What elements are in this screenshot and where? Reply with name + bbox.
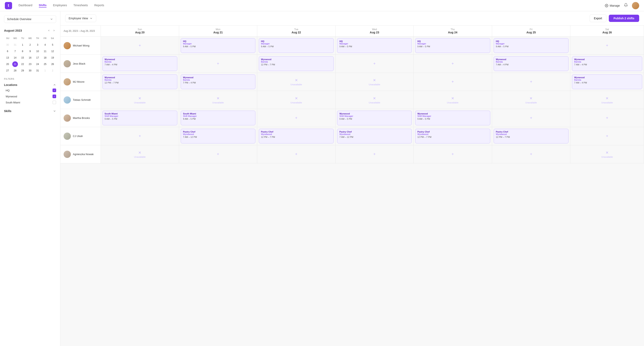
cal-day[interactable]: 16 — [27, 55, 33, 60]
cal-day[interactable]: 4 — [42, 42, 48, 48]
view-dropdown[interactable]: Employee View — [65, 14, 96, 22]
nav-reports[interactable]: Reports — [94, 3, 104, 8]
shift-card[interactable]: Pastry Chef Wyndwood 12 PM – 7 PM — [494, 129, 569, 143]
cal-day[interactable]: 8 — [20, 48, 25, 54]
cal-day[interactable]: 2 — [27, 42, 33, 48]
add-shift-button[interactable]: + — [102, 129, 178, 143]
cal-day[interactable]: 24 — [35, 61, 40, 67]
add-shift-button[interactable]: + — [259, 147, 334, 162]
add-shift-button[interactable]: + — [415, 56, 490, 71]
col-fri: FriAug 25 — [492, 25, 570, 37]
manage-button[interactable]: Manage — [605, 4, 620, 7]
user-avatar[interactable] — [632, 2, 639, 9]
cal-day[interactable]: 17 — [35, 55, 40, 60]
add-shift-button[interactable]: + — [337, 56, 412, 71]
add-shift-button[interactable]: + — [572, 111, 642, 125]
cal-day[interactable]: 29 — [20, 68, 25, 73]
shift-card[interactable]: Pastry Chef Wyndwood 7 AM – 12 PM — [181, 129, 256, 143]
cal-day[interactable]: 27 — [5, 68, 10, 73]
add-shift-button[interactable]: + — [572, 38, 642, 53]
shift-card[interactable]: Wynwood Barista 12 PM – 7 PM — [259, 56, 334, 71]
nav-employees[interactable]: Employees — [53, 3, 67, 8]
add-shift-button[interactable]: + — [572, 129, 642, 143]
publish-button[interactable]: Publish 2 shifts — [609, 15, 639, 22]
cal-day[interactable]: 3 — [35, 42, 40, 48]
add-shift-button[interactable]: + — [494, 74, 569, 89]
shift-time: 9 AM – 5 PM — [496, 45, 566, 48]
location-checkbox[interactable] — [52, 94, 56, 98]
cal-day[interactable]: 21 — [12, 61, 18, 67]
shift-card[interactable]: HQ Manager 9 AM – 5 PM — [415, 38, 490, 53]
add-shift-button[interactable]: + — [415, 147, 490, 162]
shift-card[interactable]: Wynwood Shift Manager 9 AM – 5 PM — [415, 111, 490, 125]
notifications-button[interactable] — [624, 3, 628, 8]
location-checkbox[interactable] — [52, 101, 56, 104]
cal-day[interactable]: 7 — [12, 48, 18, 54]
export-button[interactable]: Export — [590, 14, 606, 22]
shift-card[interactable]: Wynwood Shift Manager 9 AM – 5 PM — [337, 111, 412, 125]
cal-day[interactable]: 20 — [5, 61, 10, 67]
shift-time: 7 AM – 4 PM — [105, 63, 175, 66]
add-shift-button[interactable]: + — [494, 111, 569, 125]
shift-card[interactable]: South Miami Shift Manager 9 AM – 5 PM — [102, 111, 178, 125]
cal-day[interactable]: 26 — [50, 61, 55, 67]
cal-day[interactable]: 15 — [20, 55, 25, 60]
cal-day[interactable]: 12 — [50, 48, 55, 54]
cal-day[interactable]: 28 — [12, 68, 18, 73]
add-shift-button[interactable]: + — [181, 56, 256, 71]
shift-card[interactable]: HQ Manager 9 AM – 5 PM — [259, 38, 334, 53]
date-range-header: Aug 20, 2023 – Aug 26, 2023 — [60, 25, 100, 37]
cal-day[interactable]: 10 — [35, 48, 40, 54]
shift-card[interactable]: Pastry Chef Wyndwood 7 AM – 12 PM — [337, 129, 412, 143]
cal-day[interactable]: 31 — [12, 42, 18, 48]
add-shift-button[interactable]: + — [494, 147, 569, 162]
shift-card[interactable]: HQ Manager 9 AM – 5 PM — [181, 38, 256, 53]
skills-filter-header[interactable]: Skills — [4, 109, 56, 113]
cal-day[interactable]: 14 — [12, 55, 18, 60]
chevron-down-icon — [50, 17, 53, 21]
shift-card[interactable]: Wynwood Barista 7 AM – 4 PM — [572, 56, 642, 71]
prev-month-button[interactable]: ‹ — [47, 28, 51, 33]
shift-card[interactable]: Wynwood Barista 7 AM – 4 PM — [102, 56, 178, 71]
nav-dashboard[interactable]: Dashboard — [18, 3, 32, 8]
add-shift-button[interactable]: + — [337, 147, 412, 162]
shift-card[interactable]: Wynwood Barista 7 PM – 4 PM — [181, 74, 256, 89]
cal-day[interactable]: 9 — [27, 48, 33, 54]
cal-day[interactable]: 6 — [5, 48, 10, 54]
location-checkbox[interactable] — [52, 88, 56, 92]
add-shift-button[interactable]: + — [415, 74, 490, 89]
cal-day[interactable]: 22 — [20, 61, 25, 67]
month-nav: August 2023 ‹ › — [4, 28, 56, 33]
cal-day[interactable]: 13 — [5, 55, 10, 60]
shift-cell: Wynwood Barista 12 PM – 7 PM — [100, 73, 179, 91]
shift-time: 7 AM – 4 PM — [574, 81, 640, 84]
shift-card[interactable]: HQ Manager 9 AM – 5 PM — [494, 38, 569, 53]
shift-card[interactable]: HQ Manager 9 AM – 5 PM — [337, 38, 412, 53]
shift-card[interactable]: Wynwood Barista 12 PM – 7 PM — [102, 74, 178, 89]
cal-day[interactable]: 11 — [42, 48, 48, 54]
cal-day[interactable]: 5 — [50, 42, 55, 48]
nav-shifts[interactable]: Shifts — [39, 3, 47, 8]
add-shift-button[interactable]: + — [181, 147, 256, 162]
cal-day[interactable]: 25 — [42, 61, 48, 67]
nav-timesheets[interactable]: Timesheets — [74, 3, 88, 8]
shift-card[interactable]: Wynwood Barista 7 AM – 4 PM — [572, 74, 642, 89]
locations-filter-header[interactable]: Locations — [4, 82, 56, 87]
next-month-button[interactable]: › — [52, 28, 56, 33]
schedule-dropdown[interactable]: Schedule Overview — [4, 15, 56, 23]
cal-day[interactable]: 30 — [27, 68, 33, 73]
shift-card[interactable]: Pastry Chef Wyndwood 12 PM – 7 PM — [259, 129, 334, 143]
cal-day[interactable]: 23 — [27, 61, 33, 67]
cal-day[interactable]: 1 — [20, 42, 25, 48]
cal-day[interactable]: 1 — [42, 68, 48, 73]
shift-card[interactable]: Pastry Chef Wyndwood 12 PM – 7 PM — [415, 129, 490, 143]
cal-day[interactable]: 30 — [5, 42, 10, 48]
cal-day[interactable]: 18 — [42, 55, 48, 60]
cal-day[interactable]: 2 — [50, 68, 55, 73]
shift-card[interactable]: Wynwood Barista 7 AM – 4 PM — [494, 56, 569, 71]
add-shift-button[interactable]: + — [259, 111, 334, 125]
shift-card[interactable]: South Miami Shift Manager 9 AM – 5 PM — [181, 111, 256, 125]
cal-day[interactable]: 31 — [35, 68, 40, 73]
add-shift-button[interactable]: + — [102, 38, 178, 53]
cal-day[interactable]: 19 — [50, 55, 55, 60]
